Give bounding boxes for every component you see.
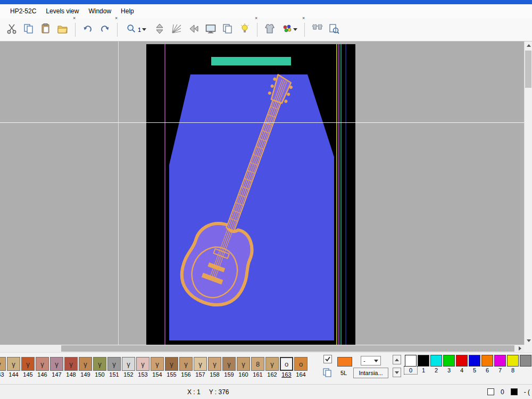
step-vertical-button[interactable] [151, 21, 168, 38]
machine-color-number: 5 [468, 367, 481, 374]
current-yarn-chip[interactable] [337, 357, 352, 367]
menu-hp2-52c[interactable]: HP2-52C [5, 5, 41, 17]
machine-color-cell[interactable] [519, 355, 532, 374]
cursor-y-value: Y : 376 [209, 388, 229, 396]
spin-up-button[interactable] [393, 355, 401, 364]
yarn-swatch[interactable]: γ 144 [6, 357, 21, 378]
yarn-glyph-icon: γ [40, 360, 44, 368]
zoom-tool-button[interactable]: 1 [121, 21, 151, 38]
machine-color-cell[interactable]: 1 [417, 355, 430, 374]
yarn-swatch-number: 157 [193, 371, 207, 378]
horizontal-scrollbar[interactable] [0, 345, 524, 352]
yarn-swatch[interactable]: γ 149 [78, 357, 93, 378]
machine-color-cell[interactable]: 0 [404, 355, 417, 374]
open-button[interactable] [54, 21, 71, 38]
black-color-indicator [511, 388, 518, 395]
yarn-swatch[interactable]: γ 155 [164, 357, 179, 378]
intarsia-button[interactable]: Intarsia... [353, 368, 388, 378]
redo-button[interactable] [96, 21, 113, 38]
cascade-views-button[interactable] [219, 21, 236, 38]
yarn-glyph-icon: γ [127, 360, 130, 368]
yarn-swatch-number: 152 [121, 371, 136, 378]
yarn-swatch[interactable]: γ 153 [136, 357, 150, 378]
toolbar-close-icon[interactable]: × [73, 16, 76, 21]
toolbar-close-icon[interactable]: × [255, 16, 257, 21]
yarn-swatch[interactable]: γ 151 [107, 357, 121, 378]
yarn-mode-dropdown[interactable]: - [361, 356, 381, 365]
yarn-swatch[interactable]: γ 150 [93, 357, 107, 378]
undo-button[interactable] [79, 21, 96, 38]
yarn-swatch-box: γ [136, 357, 149, 371]
yarn-swatch[interactable]: γ 157 [193, 357, 207, 378]
yarn-glyph-icon: γ [184, 360, 188, 368]
main-toolbar: × × 1 × × [0, 18, 532, 41]
yarn-swatch[interactable]: γ 158 [207, 357, 222, 378]
scroll-down-button[interactable] [525, 337, 532, 345]
machine-color-cell[interactable]: 4 [455, 355, 468, 374]
machine-color-cell[interactable]: 2 [430, 355, 443, 374]
status-count: 0 [501, 388, 504, 396]
vertical-scroll-thumb[interactable] [525, 51, 531, 88]
yarn-swatch-number: 163 [279, 371, 294, 378]
row-fan-button[interactable] [168, 21, 185, 38]
yarn-swatch[interactable]: 8 161 [251, 357, 265, 378]
yarn-swatch[interactable]: γ 162 [265, 357, 279, 378]
yarn-panel-checkbox[interactable] [323, 355, 332, 363]
toolbar-close-icon[interactable]: × [115, 16, 118, 21]
menu-window[interactable]: Window [84, 5, 116, 17]
pattern-canvas[interactable] [146, 44, 355, 345]
machine-color-cell[interactable]: 5 [468, 355, 481, 374]
cut-button[interactable] [3, 21, 20, 38]
yarn-swatch[interactable]: γ 147 [49, 357, 64, 378]
yarn-swatch[interactable]: γ 152 [121, 357, 136, 378]
paste-button[interactable] [37, 21, 54, 38]
toolbar-close-icon[interactable]: × [302, 16, 305, 21]
menu-help[interactable]: Help [116, 5, 139, 17]
machine-color-number: 1 [417, 367, 430, 374]
garment-compare-button[interactable] [309, 21, 326, 38]
yarn-swatch[interactable]: γ 146 [35, 357, 49, 378]
yarn-glyph-icon: γ [69, 360, 73, 368]
copy-button[interactable] [20, 21, 37, 38]
machine-color-cell[interactable]: 6 [481, 355, 494, 374]
machine-color-cell[interactable]: 3 [443, 355, 455, 374]
vertical-scrollbar[interactable] [524, 41, 532, 345]
chevron-down-icon[interactable] [142, 28, 146, 31]
marker-column [336, 44, 337, 345]
spin-down-button[interactable] [393, 368, 401, 377]
machine-color-cell[interactable]: 8 [506, 355, 519, 374]
color-spinner [393, 355, 401, 377]
garment-view-button[interactable] [261, 21, 278, 38]
monitor-icon [205, 23, 217, 36]
yarn-swatch-box: γ [21, 357, 35, 371]
yarn-swatch[interactable]: γ 148 [64, 357, 78, 378]
horizontal-scroll-thumb[interactable] [61, 345, 514, 352]
chevron-down-icon[interactable] [293, 28, 297, 31]
yarn-palette-bar: γ 143 γ 144 γ 145 γ 146 γ 147 γ 148 γ 14… [0, 352, 532, 384]
scroll-up-button[interactable] [525, 41, 532, 49]
yarn-swatch[interactable]: γ 154 [150, 357, 164, 378]
yarn-swatch-number: 154 [150, 371, 164, 378]
yarn-swatch-number: 144 [6, 371, 21, 378]
machine-color-cell[interactable]: 7 [494, 355, 506, 374]
yarn-swatch[interactable]: ο 164 [294, 357, 308, 378]
yarn-swatch[interactable]: γ 143 [0, 357, 6, 378]
yarn-swatch-number: 162 [265, 371, 279, 378]
yarn-glyph-icon: ο [285, 360, 288, 368]
checkmark-icon [325, 356, 331, 362]
highlight-button[interactable] [236, 21, 253, 38]
yarn-swatch[interactable]: γ 160 [236, 357, 251, 378]
yarn-colors-button[interactable] [278, 21, 301, 38]
menu-levels-view[interactable]: Levels view [41, 5, 84, 17]
copy-sheet-icon[interactable] [322, 368, 333, 380]
yarn-swatch[interactable]: γ 145 [21, 357, 35, 378]
monitor-view-button[interactable] [202, 21, 219, 38]
yarn-swatch[interactable]: γ 156 [179, 357, 193, 378]
yarn-swatch[interactable]: γ 159 [222, 357, 236, 378]
scroll-right-button[interactable] [516, 345, 524, 352]
machine-color-number: 4 [455, 367, 468, 374]
machine-color-number: 7 [494, 367, 506, 374]
step-left-button[interactable] [185, 21, 202, 38]
view-zoom-button[interactable] [326, 21, 343, 38]
yarn-swatch[interactable]: ο 163 [279, 357, 294, 378]
